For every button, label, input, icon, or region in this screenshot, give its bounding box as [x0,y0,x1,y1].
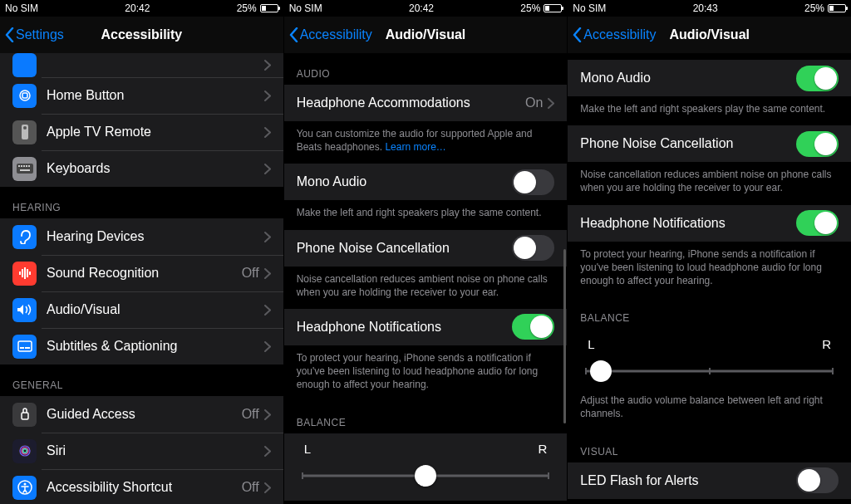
balance-slider[interactable] [303,464,549,487]
footer-headphone-notifications: To protect your hearing, iPhone sends a … [568,242,851,298]
hearing-devices-icon [12,225,37,249]
row-label: LED Flash for Alerts [580,473,796,488]
status-carrier: No SIM [573,2,606,14]
row-phone-noise-cancellation[interactable]: Phone Noise Cancellation [568,125,851,162]
footer-headphone-accommodations: You can customize the audio for supporte… [284,121,568,164]
balance-left-label: L [304,442,311,456]
row-audio-visual[interactable]: Audio/Visual [0,291,283,328]
nav-bar: Settings Accessibility [0,17,283,53]
row-mono-audio[interactable]: Mono Audio [284,164,568,200]
battery-icon [260,4,278,12]
apple-tv-remote-icon [12,120,37,144]
row-home-button[interactable]: Home Button [0,77,283,114]
row-guided-access[interactable]: Guided Access Off [0,396,283,433]
svg-rect-17 [20,347,24,349]
row-accessibility-shortcut[interactable]: Accessibility Shortcut Off [0,469,283,504]
balance-slider[interactable] [586,360,833,383]
status-battery-pct: 25% [804,2,824,14]
chevron-right-icon [264,268,271,279]
footer-balance: Adjust the audio volume balance between … [568,388,851,430]
row-label: Apple TV Remote [47,125,264,139]
row-label: Mono Audio [580,71,796,86]
footer-phone-noise-cancellation: Noise cancellation reduces ambient noise… [568,162,851,204]
chevron-right-icon [264,164,271,174]
back-button[interactable]: Accessibility [289,27,372,42]
chevron-left-icon [5,27,14,42]
chevron-right-icon [264,232,271,242]
audio-visual-icon [12,298,37,322]
row-label: Phone Noise Cancellation [297,241,513,256]
balance-slider-thumb[interactable] [415,465,436,487]
screen-accessibility-root: No SIM 20:42 25% Settings Accessibility … [0,0,284,504]
row-label: Headphone Notifications [297,320,513,335]
chevron-right-icon [264,482,271,493]
status-bar: No SIM 20:42 25% [284,0,568,17]
svg-rect-5 [18,165,20,167]
guided-access-icon [12,403,37,427]
chevron-left-icon [289,27,298,42]
footer-mono-audio: Make the left and right speakers play th… [568,96,851,125]
row-subtitles-captioning[interactable]: Subtitles & Captioning [0,328,283,365]
toggle-phone-noise-cancellation[interactable] [796,131,839,157]
footer-headphone-notifications: To protect your hearing, iPhone sends a … [284,345,568,402]
status-time: 20:42 [409,2,434,14]
switch-control-icon [12,53,37,77]
svg-rect-13 [24,267,26,279]
chevron-right-icon [264,409,271,420]
svg-rect-18 [25,347,30,349]
svg-point-25 [23,483,26,486]
row-label: Keyboards [47,161,264,176]
toggle-headphone-notifications[interactable] [796,210,839,236]
row-detail: On [525,95,543,110]
toggle-mono-audio[interactable] [512,169,554,195]
row-detail: Off [242,266,259,281]
back-label: Settings [16,27,64,42]
row-sound-recognition[interactable]: Sound Recognition Off [0,255,283,291]
row-apple-tv-remote[interactable]: Apple TV Remote [0,114,283,150]
chevron-right-icon [264,341,271,352]
row-detail: Off [242,407,259,422]
nav-title: Audio/Visual [669,27,750,42]
siri-icon [12,439,37,463]
chevron-left-icon [573,27,582,42]
learn-more-link[interactable]: Learn more… [385,141,445,153]
row-mono-audio[interactable]: Mono Audio [568,60,851,96]
sound-recognition-icon [12,262,37,286]
toggle-phone-noise-cancellation[interactable] [512,235,554,261]
row-keyboards[interactable]: Keyboards [0,150,283,187]
screen-audio-visual-scrolled: No SIM 20:43 25% Accessibility Audio/Vis… [568,0,851,504]
row-phone-noise-cancellation[interactable]: Phone Noise Cancellation [284,230,568,267]
status-battery-pct: 25% [520,2,540,14]
footer-phone-noise-cancellation: Noise cancellation reduces ambient noise… [284,267,568,309]
row-siri[interactable]: Siri [0,433,283,469]
row-led-flash-for-alerts[interactable]: LED Flash for Alerts [568,462,851,499]
row-partial-top[interactable] [0,53,283,77]
row-headphone-accommodations[interactable]: Headphone Accommodations On [284,85,568,121]
svg-rect-11 [19,272,21,275]
svg-rect-15 [29,272,31,275]
row-detail: Off [242,480,259,495]
svg-rect-8 [26,165,27,167]
back-label: Accessibility [583,27,656,42]
row-label: Siri [47,443,264,458]
home-button-icon [12,84,37,108]
back-button[interactable]: Settings [5,27,64,42]
section-header-visual: VISUAL [568,431,851,462]
section-header-balance: BALANCE [284,402,568,433]
row-headphone-notifications[interactable]: Headphone Notifications [284,309,568,345]
svg-rect-7 [23,165,25,167]
balance-slider-thumb[interactable] [590,360,612,382]
section-header-balance: BALANCE [568,297,851,329]
status-time: 20:43 [693,2,718,14]
row-hearing-devices[interactable]: Hearing Devices [0,218,283,255]
toggle-led-flash-for-alerts[interactable] [796,467,839,493]
scroll-indicator[interactable] [563,249,566,423]
accessibility-shortcut-icon [12,476,37,500]
back-button[interactable]: Accessibility [573,27,656,42]
chevron-right-icon [264,446,271,457]
chevron-right-icon [548,98,554,109]
row-label: Guided Access [47,407,242,422]
toggle-headphone-notifications[interactable] [512,314,554,340]
row-headphone-notifications[interactable]: Headphone Notifications [568,205,851,242]
toggle-mono-audio[interactable] [796,66,839,91]
